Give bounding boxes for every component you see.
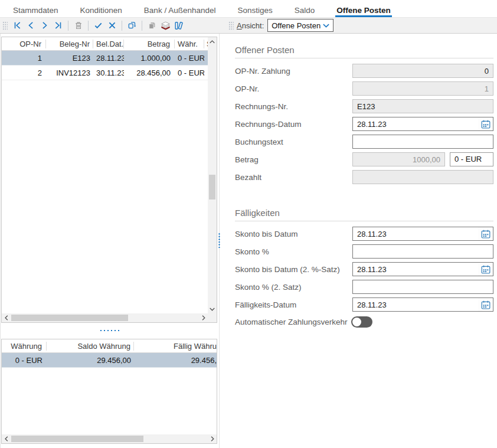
scroll-down-arrow[interactable] [208,305,217,313]
auto-zahlungsverkehr-toggle[interactable] [351,316,372,328]
op-nr-field[interactable] [352,81,493,96]
tab-stammdaten[interactable]: Stammdaten [12,3,60,17]
skonto-prozent-2-field[interactable] [352,280,493,294]
section-title-faelligkeiten: Fälligkeiten [235,188,493,218]
previous-record-button[interactable] [24,18,38,32]
first-record-button[interactable] [11,18,24,32]
field-label: OP-Nr. [235,84,352,93]
previous-record-icon [26,21,36,30]
rechnungs-datum-field[interactable] [352,117,493,131]
cell-waehr: 0 - EUR [175,68,204,77]
cell-beleg-nr: E123 [46,54,93,63]
col-betrag[interactable]: Betrag [124,40,175,48]
horizontal-splitter-handle[interactable] [99,329,120,332]
col-bel-dat[interactable]: Bel.Dat. [93,40,124,48]
scrollbar-corner [208,313,217,322]
rechnungs-nr-field[interactable] [352,99,493,113]
col-beleg-nr[interactable]: Beleg-Nr [46,40,93,48]
tab-bar: Stammdaten Konditionen Bank / Außenhande… [0,0,497,17]
buchungstext-field[interactable] [352,135,493,149]
horizontal-scrollbar[interactable] [2,434,217,443]
table-row[interactable]: 1 E123 28.11.23 1.000,00 0 - EUR [2,51,208,66]
col-op-nr[interactable]: OP-Nr [2,40,46,48]
scrollbar-thumb[interactable] [11,315,128,321]
field-label: Betrag [235,155,352,164]
books-icon [174,21,185,31]
tab-offene-posten[interactable]: Offene Posten [335,3,392,17]
report-button[interactable] [159,18,172,32]
col-waehrung[interactable]: Währung [2,342,47,351]
toolbar-separator [88,21,89,31]
table-row[interactable]: 2 INV12123 30.11.23 28.456,00 0 - EUR [2,66,208,80]
col-saldo-waehrung[interactable]: Saldo Währung [47,342,134,351]
calendar-icon [480,300,491,310]
cell-waehrung: 0 - EUR [2,356,47,365]
col-waehr[interactable]: Währ. [175,40,204,48]
scrollbar-thumb[interactable] [11,436,143,442]
op-table-header: OP-Nr Beleg-Nr Bel.Dat. Betrag Währ. S [2,37,208,51]
tab-sonstiges[interactable]: Sonstiges [236,3,273,17]
tab-bank-aussenhandel[interactable]: Bank / Außenhandel [143,3,217,17]
betrag-field[interactable] [352,152,445,166]
copy-icon [147,21,157,30]
currency-select[interactable]: 0 - EUR [450,152,493,166]
toolbar-drag-handle[interactable] [2,21,8,30]
copy-button[interactable] [145,18,159,32]
field-label: OP-Nr. Zahlung [235,67,352,76]
last-record-button[interactable] [51,18,65,32]
scroll-left-arrow[interactable] [2,434,11,443]
toggle-knob [352,318,361,326]
cell-betrag: 1.000,00 [124,54,175,63]
toolbar-separator [122,21,122,31]
scroll-right-arrow[interactable] [199,313,208,322]
date-picker-button[interactable] [478,117,493,130]
delete-button[interactable] [71,18,85,32]
view-select-value: Offene Posten [272,21,321,30]
op-table-panel: OP-Nr Beleg-Nr Bel.Dat. Betrag Währ. S 1… [1,37,217,323]
skonto-bis-datum-2-field[interactable] [352,262,493,276]
vertical-scrollbar[interactable] [208,37,217,313]
date-picker-button[interactable] [478,263,493,276]
col-faellig-waehrung[interactable]: Fällig Währu [134,342,217,351]
scroll-left-arrow[interactable] [2,313,11,322]
cell-betrag: 28.456,00 [124,68,175,77]
faelligkeits-datum-field[interactable] [352,297,493,312]
op-nr-zahlung-field[interactable] [352,64,493,78]
calendar-icon [480,264,491,274]
cancel-button[interactable] [105,18,119,32]
scrollbar-thumb[interactable] [209,175,215,200]
view-select[interactable]: Offene Posten [267,19,333,32]
cell-saldo: 29.456,00 [47,356,134,365]
field-label: Rechnungs-Nr. [235,102,352,111]
tab-konditionen[interactable]: Konditionen [79,3,123,17]
bezahlt-field[interactable] [352,170,493,184]
vertical-splitter-handle[interactable] [218,233,221,248]
offener-posten-form: Offener Posten OP-Nr. Zahlung OP-Nr. Rec… [235,34,493,328]
field-label: Fälligkeits-Datum [235,300,352,309]
section-rule [235,221,493,221]
x-icon [107,21,117,30]
journal-button[interactable] [172,18,186,32]
horizontal-scrollbar[interactable] [2,313,208,322]
field-label: Skonto bis Datum [235,230,352,238]
toolbar: Ansicht: Offene Posten [0,17,497,34]
last-record-icon [53,21,63,30]
chevron-down-icon [323,24,329,28]
toolbar-separator [142,21,142,31]
confirm-button[interactable] [91,18,105,32]
skonto-bis-datum-field[interactable] [352,227,493,241]
next-record-button[interactable] [38,18,51,32]
date-picker-button[interactable] [478,298,493,311]
date-picker-button[interactable] [478,227,493,240]
section-title-offener-posten: Offener Posten [235,34,493,55]
ansicht-drag-handle[interactable] [228,21,234,30]
scroll-up-arrow[interactable] [208,37,217,46]
transfer-button[interactable] [125,18,139,32]
skonto-prozent-field[interactable] [352,244,493,259]
scroll-right-arrow[interactable] [208,434,217,443]
cell-beleg-nr: INV12123 [46,68,93,77]
field-label: Buchungstext [235,138,352,146]
field-label: Rechnungs-Datum [235,120,352,129]
table-row[interactable]: 0 - EUR 29.456,00 29.456, [2,353,217,368]
tab-saldo[interactable]: Saldo [293,3,316,17]
